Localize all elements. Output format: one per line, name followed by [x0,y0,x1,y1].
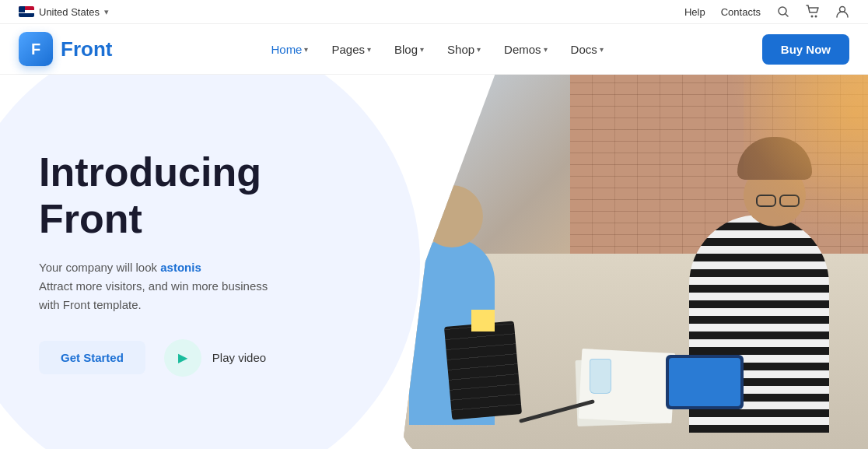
nav-blog-label: Blog [394,43,418,56]
nav-home-chevron: ▾ [304,45,308,54]
svg-line-1 [786,14,789,17]
hero-content: Introducing Front Your company will look… [0,149,268,377]
contacts-link[interactable]: Contacts [721,6,761,18]
help-link[interactable]: Help [684,6,705,18]
logo-text: Front [61,37,112,61]
nav-shop[interactable]: Shop ▾ [438,37,490,62]
logo[interactable]: F Front [19,32,112,66]
nav-pages-chevron: ▾ [367,45,371,54]
svg-point-2 [811,16,814,18]
hero-image-bg [401,75,868,449]
country-name: United States [39,6,100,18]
nav-shop-label: Shop [447,43,474,56]
nav-docs[interactable]: Docs ▾ [562,37,613,62]
topbar: United States ▾ Help Contacts [0,0,868,24]
sticky-note [471,310,495,331]
nav-home-label: Home [271,43,302,56]
nav-shop-chevron: ▾ [477,45,481,54]
nav-docs-chevron: ▾ [600,45,604,54]
nav-demos[interactable]: Demos ▾ [495,37,557,62]
nav-blog[interactable]: Blog ▾ [385,37,433,62]
hero-description: Your company will look astonis Attract m… [39,258,268,314]
buy-now-button[interactable]: Buy Now [762,34,849,65]
cart-icon[interactable] [806,5,820,19]
nav-demos-label: Demos [504,43,541,56]
nav-pages-label: Pages [331,43,365,56]
notepad [444,321,522,419]
user-icon[interactable] [835,5,849,19]
hero-title: Introducing Front [39,149,268,243]
search-icon[interactable] [776,5,790,19]
nav-pages[interactable]: Pages ▾ [322,37,380,62]
country-selector[interactable]: United States ▾ [19,6,109,18]
play-icon: ▶ [178,350,187,365]
flag-icon [19,6,34,17]
play-button[interactable]: ▶ [164,339,201,377]
country-chevron: ▾ [104,7,109,17]
nav-docs-label: Docs [571,43,597,56]
get-started-button[interactable]: Get Started [39,341,145,374]
nav-blog-chevron: ▾ [420,45,424,54]
hero-actions: Get Started ▶ Play video [39,339,268,377]
nav-demos-chevron: ▾ [544,45,548,54]
svg-point-3 [815,16,817,18]
hero-section: Introducing Front Your company will look… [0,75,868,449]
play-video-link[interactable]: ▶ Play video [164,339,266,377]
logo-icon: F [19,32,53,66]
nav-home[interactable]: Home ▾ [261,37,317,62]
main-navbar: F Front Home ▾ Pages ▾ Blog ▾ Shop ▾ Dem… [0,24,868,75]
nav-links: Home ▾ Pages ▾ Blog ▾ Shop ▾ Demos ▾ Doc… [261,37,612,62]
topbar-right: Help Contacts [684,5,849,19]
hero-image [401,75,868,449]
play-video-label: Play video [212,351,266,364]
